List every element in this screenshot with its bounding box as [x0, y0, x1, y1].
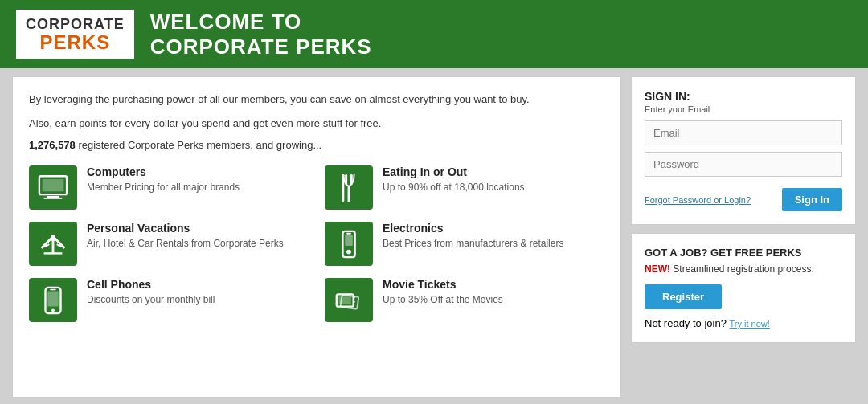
sign-in-title: SIGN IN: [645, 90, 842, 103]
email-input[interactable] [645, 120, 842, 145]
electronics-title: Electronics [383, 222, 563, 235]
logo-corporate: CORPORATE [26, 16, 125, 33]
member-text: registered Corporate Perks members, and … [78, 139, 321, 151]
svg-rect-10 [345, 235, 353, 245]
svg-rect-12 [346, 232, 351, 234]
free-perks-box: GOT A JOB? GET FREE PERKS NEW! Streamlin… [631, 233, 856, 343]
perk-vacations: Personal Vacations Air, Hotel & Car Rent… [29, 222, 309, 266]
free-perks-title: GOT A JOB? GET FREE PERKS [645, 247, 842, 259]
streamlined-label: Streamlined registration process: [673, 263, 813, 275]
intro-text-1: By leveraging the purchasing power of al… [29, 92, 604, 108]
password-input[interactable] [645, 152, 842, 177]
svg-rect-20 [337, 300, 338, 302]
streamlined-text: NEW! Streamlined registration process: [645, 263, 842, 275]
svg-point-15 [51, 308, 55, 312]
vacations-icon [29, 222, 77, 266]
register-button[interactable]: Register [645, 284, 722, 309]
eating-text: Eating In or Out Up to 90% off at 18,000… [383, 165, 525, 194]
not-ready-label: Not ready to join? [645, 317, 727, 329]
svg-rect-19 [337, 296, 338, 298]
main-wrapper: By leveraging the purchasing power of al… [0, 68, 868, 404]
vacations-title: Personal Vacations [87, 222, 284, 235]
computers-title: Computers [87, 165, 240, 178]
header: CORPORATE PERKS WELCOME TO CORPORATE PER… [0, 0, 868, 68]
svg-rect-16 [50, 288, 56, 289]
svg-rect-7 [342, 173, 344, 201]
sign-in-row: Forgot Password or Login? Sign In [645, 188, 842, 211]
perk-movies: Movie Tickets Up to 35% Off at the Movie… [325, 278, 604, 322]
computers-text: Computers Member Pricing for all major b… [87, 165, 240, 194]
vacations-text: Personal Vacations Air, Hotel & Car Rent… [87, 222, 284, 251]
perk-grid: Computers Member Pricing for all major b… [29, 165, 604, 322]
cellphones-text: Cell Phones Discounts on your monthly bi… [87, 278, 215, 307]
member-count: 1,276,578 [29, 139, 76, 151]
electronics-desc: Best Prices from manufacturers & retaile… [383, 237, 563, 251]
cellphones-icon [29, 278, 77, 322]
movies-text: Movie Tickets Up to 35% Off at the Movie… [383, 278, 503, 307]
left-content: By leveraging the purchasing power of al… [12, 76, 621, 398]
svg-point-8 [51, 235, 55, 241]
movies-desc: Up to 35% Off at the Movies [383, 293, 503, 307]
try-it-link[interactable]: Try it now! [730, 319, 770, 329]
perk-eating: Eating In or Out Up to 90% off at 18,000… [325, 165, 604, 210]
cellphones-title: Cell Phones [87, 278, 215, 291]
computers-desc: Member Pricing for all major brands [87, 181, 240, 194]
intro-text-2: Also, earn points for every dollar you s… [29, 116, 604, 132]
eating-title: Eating In or Out [383, 165, 525, 178]
perk-electronics: Electronics Best Prices from manufacture… [325, 222, 604, 266]
new-badge: NEW! [645, 263, 670, 275]
header-title: WELCOME TO CORPORATE PERKS [150, 10, 372, 59]
not-ready-text: Not ready to join? Try it now! [645, 317, 842, 329]
vacations-desc: Air, Hotel & Car Rentals from Corporate … [87, 237, 284, 251]
cellphones-desc: Discounts on your monthly bill [87, 293, 215, 307]
svg-rect-3 [44, 197, 63, 198]
svg-rect-22 [354, 300, 355, 302]
svg-rect-1 [43, 179, 64, 191]
electronics-icon [325, 222, 373, 266]
svg-point-11 [346, 249, 351, 254]
member-count-line: 1,276,578 registered Corporate Perks mem… [29, 139, 604, 151]
eating-desc: Up to 90% off at 18,000 locations [383, 181, 525, 194]
perk-cellphones: Cell Phones Discounts on your monthly bi… [29, 278, 309, 322]
movies-icon [325, 278, 373, 322]
electronics-text: Electronics Best Prices from manufacture… [383, 222, 563, 251]
movies-title: Movie Tickets [383, 278, 503, 291]
eating-icon [325, 165, 373, 210]
sign-in-button[interactable]: Sign In [782, 188, 842, 211]
perk-computers: Computers Member Pricing for all major b… [29, 165, 309, 210]
computers-icon [29, 165, 77, 210]
sign-in-box: SIGN IN: Enter your Email Forgot Passwor… [631, 76, 856, 225]
svg-rect-14 [47, 291, 58, 306]
forgot-link[interactable]: Forgot Password or Login? [645, 195, 751, 205]
sign-in-subtitle: Enter your Email [645, 104, 842, 114]
logo-perks: PERKS [39, 33, 110, 52]
right-sidebar: SIGN IN: Enter your Email Forgot Passwor… [631, 76, 856, 398]
logo-box: CORPORATE PERKS [16, 10, 134, 59]
